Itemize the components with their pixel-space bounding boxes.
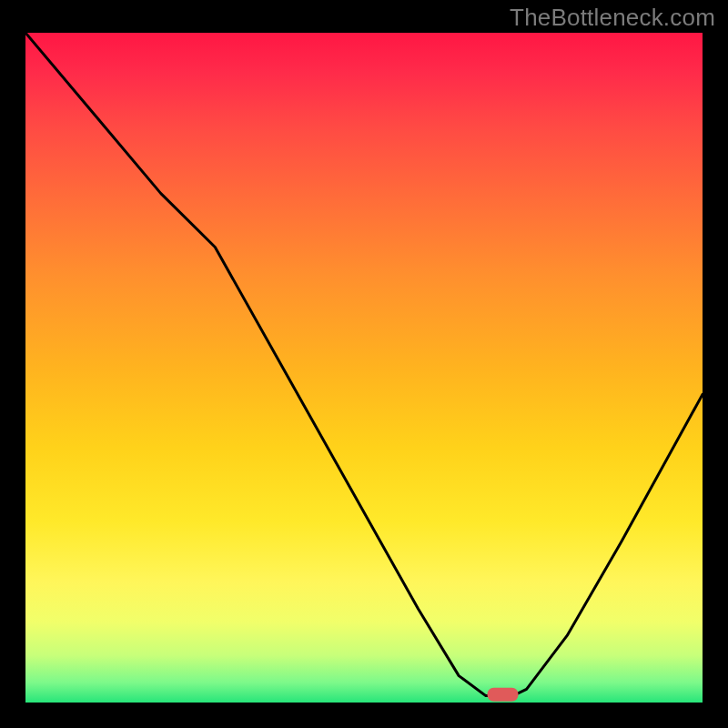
chart-svg xyxy=(25,33,703,703)
watermark-text: TheBottleneck.com xyxy=(510,4,715,32)
plot-area xyxy=(25,33,703,703)
chart-container: TheBottleneck.com xyxy=(0,0,728,728)
plot-background xyxy=(25,33,703,703)
min-marker xyxy=(488,688,519,702)
